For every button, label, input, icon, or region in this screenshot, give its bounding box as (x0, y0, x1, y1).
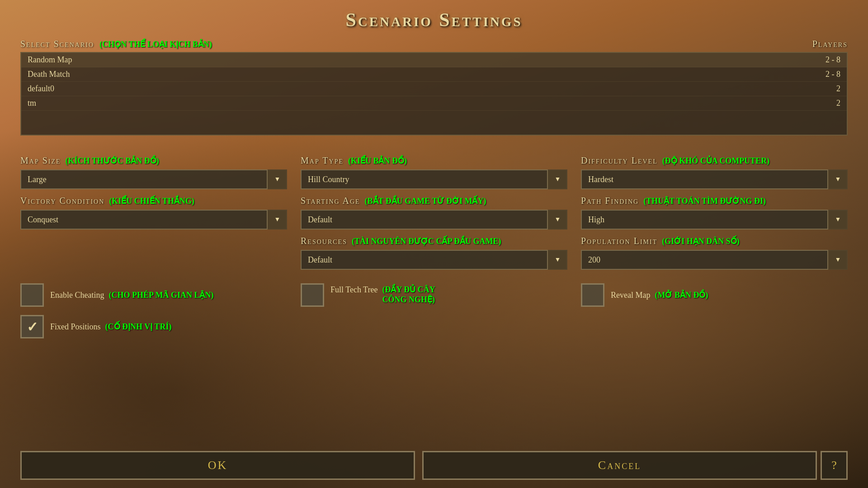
map-size-btn[interactable]: Large (20, 169, 287, 189)
starting-age-value: Default (308, 215, 332, 225)
pathfinding-label: Path Finding (581, 196, 639, 206)
reveal-map-viet: (MỞ BẢN ĐỒ) (655, 290, 708, 300)
victory-label: Victory Condition (20, 196, 104, 206)
difficulty-dropdown[interactable]: Hardest ▼ (581, 169, 848, 189)
difficulty-viet: (ĐỘ KHÓ CỦA COMPUTER) (662, 156, 770, 166)
map-type-btn[interactable]: Hill Country (301, 169, 567, 189)
scenario-players: 2 (813, 84, 840, 94)
pathfinding-arrow[interactable]: ▼ (827, 210, 848, 230)
full-tech-tree-viet: (ĐẦY ĐỦ CÂY (382, 285, 435, 295)
map-type-arrow[interactable]: ▼ (547, 169, 567, 189)
population-value: 200 (588, 255, 600, 265)
help-button[interactable]: ? (821, 451, 848, 480)
checkboxes-row: Enable Cheating (CHO PHÉP MÃ GIAN LẬN) F… (20, 283, 848, 307)
pathfinding-btn[interactable]: High (581, 210, 848, 230)
scenario-list[interactable]: Random Map2 - 8Death Match2 - 8default02… (20, 52, 848, 136)
scenario-players: 2 - 8 (813, 55, 840, 65)
col1: Map Size (KÍCH THƯỚC BẢN ĐỒ) Large ▼ Vic… (20, 149, 287, 270)
map-type-dropdown[interactable]: Hill Country ▼ (301, 169, 567, 189)
reveal-map-label: Reveal Map (611, 291, 650, 300)
resources-value: Default (308, 255, 332, 265)
fixed-positions-label: Fixed Positions (50, 322, 101, 332)
fixed-positions-row: Fixed Positions (CỐ ĐỊNH VỊ TRÍ) (20, 315, 848, 338)
scenario-players: 2 (813, 99, 840, 108)
pathfinding-viet: (THUẬT TOÁN TÌM ĐƯỜNG ĐI) (643, 196, 766, 206)
enable-cheating-viet: (CHO PHÉP MÃ GIAN LẬN) (108, 290, 213, 300)
enable-cheating-checkbox[interactable] (20, 283, 44, 307)
reveal-map-item: Reveal Map (MỞ BẢN ĐỒ) (581, 283, 848, 307)
victory-btn[interactable]: Conquest (20, 210, 287, 230)
fixed-positions-item: Fixed Positions (CỐ ĐỊNH VỊ TRÍ) (20, 315, 287, 338)
starting-age-arrow[interactable]: ▼ (547, 210, 567, 230)
map-type-value: Hill Country (308, 175, 349, 184)
players-label: Players (812, 39, 848, 49)
map-size-viet: (KÍCH THƯỚC BẢN ĐỒ) (66, 156, 159, 166)
full-tech-tree-checkbox[interactable] (301, 283, 324, 307)
fixed-positions-checkbox[interactable] (20, 315, 44, 338)
ok-button[interactable]: OK (20, 451, 415, 480)
pathfinding-value: High (588, 215, 604, 225)
victory-dropdown[interactable]: Conquest ▼ (20, 210, 287, 230)
cancel-button[interactable]: Cancel (422, 451, 817, 480)
map-type-label: Map Type (301, 155, 344, 166)
difficulty-btn[interactable]: Hardest (581, 169, 848, 189)
population-viet: (GIỚI HẠN DÂN SỐ) (662, 236, 740, 246)
population-label: Population Limit (581, 236, 657, 246)
scenario-name: Death Match (28, 70, 70, 79)
victory-viet: (KIỂU CHIẾN THẮNG) (109, 196, 194, 206)
map-size-dropdown[interactable]: Large ▼ (20, 169, 287, 189)
scenario-players: 2 - 8 (813, 70, 840, 79)
resources-label: Resources (301, 236, 347, 246)
scenario-row[interactable]: Random Map2 - 8 (21, 53, 847, 67)
page-title: Scenario Settings (20, 9, 848, 31)
bottom-buttons: OK Cancel ? (20, 451, 848, 480)
difficulty-label: Difficulty Level (581, 155, 658, 166)
scenario-row[interactable]: tm2 (21, 96, 847, 111)
population-arrow[interactable]: ▼ (827, 250, 848, 270)
map-size-value: Large (28, 175, 47, 184)
scenario-name: Random Map (28, 55, 72, 65)
scenario-name: default0 (28, 84, 54, 94)
resources-dropdown[interactable]: Default ▼ (301, 250, 567, 270)
map-type-viet: (KIỂU BẢN ĐỒ) (348, 156, 407, 166)
scenario-row[interactable]: default02 (21, 82, 847, 96)
resources-arrow[interactable]: ▼ (547, 250, 567, 270)
difficulty-arrow[interactable]: ▼ (827, 169, 848, 189)
resources-btn[interactable]: Default (301, 250, 567, 270)
enable-cheating-item: Enable Cheating (CHO PHÉP MÃ GIAN LẬN) (20, 283, 287, 307)
starting-age-dropdown[interactable]: Default ▼ (301, 210, 567, 230)
enable-cheating-label: Enable Cheating (50, 291, 104, 300)
col3: Difficulty Level (ĐỘ KHÓ CỦA COMPUTER) H… (581, 149, 848, 270)
map-size-arrow[interactable]: ▼ (267, 169, 287, 189)
victory-value: Conquest (28, 215, 58, 225)
full-tech-tree-item: Full Tech Tree (ĐẦY ĐỦ CÂY CÔNG NGHỆ) (301, 283, 567, 307)
population-btn[interactable]: 200 (581, 250, 848, 270)
victory-arrow[interactable]: ▼ (267, 210, 287, 230)
map-size-label: Map Size (20, 155, 61, 166)
starting-age-btn[interactable]: Default (301, 210, 567, 230)
fixed-positions-viet: (CỐ ĐỊNH VỊ TRÍ) (105, 322, 172, 332)
pathfinding-dropdown[interactable]: High ▼ (581, 210, 848, 230)
starting-age-label: Starting Age (301, 196, 360, 206)
settings-area: Map Size (KÍCH THƯỚC BẢN ĐỒ) Large ▼ Vic… (20, 149, 848, 270)
select-scenario-label: Select Scenario (20, 39, 94, 49)
starting-age-viet: (BẮT ĐẦU GAME TỪ ĐỜI MẤY) (365, 196, 486, 206)
full-tech-tree-label: Full Tech Tree (330, 285, 377, 295)
reveal-map-checkbox[interactable] (581, 283, 604, 307)
population-dropdown[interactable]: 200 ▼ (581, 250, 848, 270)
col2: Map Type (KIỂU BẢN ĐỒ) Hill Country ▼ St… (301, 149, 567, 270)
scenario-header: Select Scenario (CHỌN THỂ LOẠI KỊCH BẢN)… (20, 39, 848, 49)
select-scenario-viet: (CHỌN THỂ LOẠI KỊCH BẢN) (99, 39, 212, 49)
scenario-name: tm (28, 99, 36, 108)
scenario-row[interactable]: Death Match2 - 8 (21, 67, 847, 82)
resources-viet: (TÀI NGUYÊN ĐƯỢC CẤP ĐẦU GAME) (352, 236, 501, 246)
difficulty-value: Hardest (588, 175, 613, 184)
